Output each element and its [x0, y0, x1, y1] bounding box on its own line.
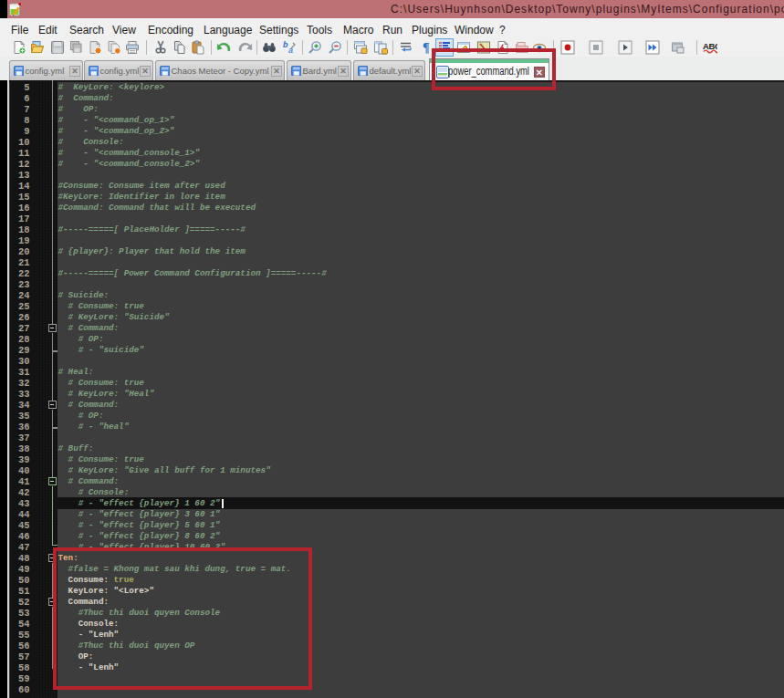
svg-text:¶: ¶	[423, 41, 430, 55]
svg-text:ABC: ABC	[703, 41, 717, 51]
